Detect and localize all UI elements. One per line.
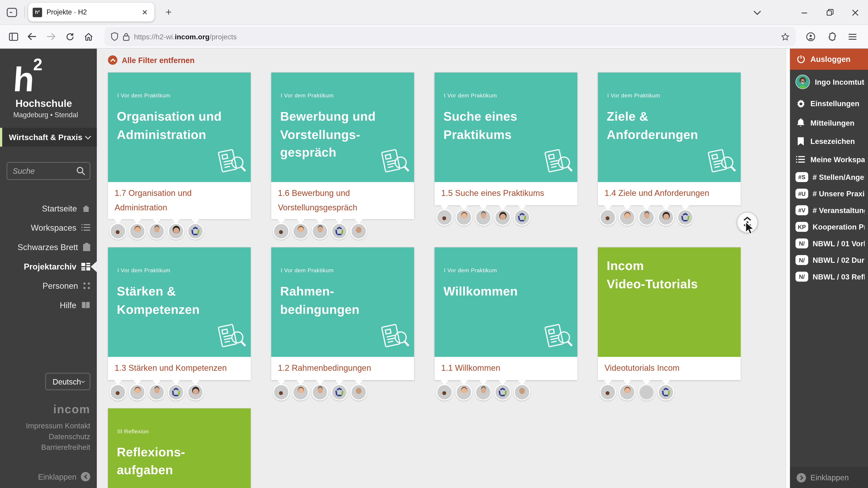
avatar-incom-logo[interactable] <box>187 223 204 239</box>
card-link[interactable]: 1.5 Suche eines Praktikums <box>441 186 571 200</box>
avatar-child[interactable] <box>436 209 453 225</box>
avatar-man-dark[interactable] <box>514 384 530 400</box>
browser-tab[interactable]: h² Projekte · H2 ✕ <box>28 3 154 22</box>
extensions-puzzle-icon[interactable] <box>823 28 840 45</box>
sidebar-item-hilfe[interactable]: Hilfe <box>0 295 97 315</box>
card-cover[interactable]: I Vor dem PraktikumRahmen-bedingungen <box>271 248 414 357</box>
card-cover[interactable]: I Vor dem PraktikumSuche einesPraktikums <box>434 72 577 182</box>
forward-button[interactable] <box>42 28 60 45</box>
lock-icon[interactable] <box>123 32 129 41</box>
avatar-blurred[interactable] <box>638 384 655 400</box>
card-cover[interactable]: III ReflexionReflexions-aufgaben <box>108 408 251 488</box>
avatar-woman-yellow[interactable] <box>456 209 472 225</box>
avatar-child[interactable] <box>110 223 126 239</box>
minimize-button[interactable] <box>792 0 817 25</box>
avatar-incom-logo[interactable] <box>494 384 511 400</box>
avatar-child[interactable] <box>273 223 289 239</box>
collapse-left-sidebar[interactable]: Einklappen <box>38 472 90 482</box>
avatar-man[interactable] <box>475 209 491 225</box>
avatar-incom-logo[interactable] <box>168 384 184 400</box>
avatar-woman-yellow[interactable] <box>456 384 472 400</box>
logout-button[interactable]: Ausloggen <box>790 49 868 70</box>
avatar-woman-yellow[interactable] <box>292 223 309 239</box>
card-link[interactable]: 1.2 Rahmenbedingungen <box>278 361 407 375</box>
incom-wordmark[interactable]: incom <box>26 403 90 416</box>
workspace-item[interactable]: N/NBWL / 03 Reflexi... <box>790 268 868 285</box>
card-cover[interactable]: I Vor dem PraktikumStärken &Kompetenzen <box>108 248 251 357</box>
tab-close-icon[interactable]: ✕ <box>140 7 150 18</box>
avatar-incom-logo[interactable] <box>514 209 530 225</box>
firefox-view-icon[interactable] <box>4 5 19 20</box>
avatar-man[interactable] <box>312 223 328 239</box>
card-link[interactable]: 1.6 Bewerbung und Vorstellungsgespräch <box>278 186 407 214</box>
collapse-right-sidebar[interactable]: Einklappen <box>790 467 868 488</box>
bookmark-star-icon[interactable] <box>781 32 789 41</box>
right-sidebar-item-meine-workspaces[interactable]: Meine Workspaces <box>790 151 868 169</box>
avatar-man[interactable] <box>475 384 491 400</box>
avatar-woman-dark[interactable] <box>168 223 184 239</box>
avatar-woman-yellow[interactable] <box>292 384 309 400</box>
card-cover[interactable]: I Vor dem PraktikumBewerbung undVorstell… <box>271 72 414 182</box>
restore-button[interactable] <box>817 0 843 25</box>
card-link[interactable]: 1.7 Organisation und Administration <box>115 186 244 214</box>
account-icon[interactable] <box>802 28 819 45</box>
url-bar[interactable]: https://h2-wi.incom.org/projects <box>105 28 795 45</box>
workspace-selector[interactable]: Wirtschaft & Praxis <box>0 128 97 147</box>
avatar-incom-logo[interactable] <box>657 384 674 400</box>
sidebar-toggle-icon[interactable] <box>4 28 22 45</box>
right-sidebar-item-einstellungen[interactable]: Einstellungen <box>790 94 868 113</box>
workspace-item[interactable]: N/NBWL / 02 Durchf... <box>790 252 868 268</box>
page-scrollbar[interactable] <box>785 49 790 488</box>
sidebar-item-workspaces[interactable]: Workspaces <box>0 218 97 237</box>
card-cover[interactable]: I Vor dem PraktikumWillkommen <box>434 248 577 357</box>
avatar-woman-yellow[interactable] <box>129 384 146 400</box>
back-button[interactable] <box>23 28 41 45</box>
shield-icon[interactable] <box>111 32 119 41</box>
avatar-child[interactable] <box>273 384 289 400</box>
card-link[interactable]: Videotutorials Incom <box>604 361 734 375</box>
card-cover[interactable]: I Vor dem PraktikumZiele &Anforderungen <box>598 72 741 182</box>
hochschule-logo[interactable]: h2 <box>13 57 97 97</box>
footer-link[interactable]: Barrierefreiheit <box>26 442 90 453</box>
search-icon[interactable] <box>76 166 85 175</box>
avatar-child[interactable] <box>599 384 616 400</box>
new-tab-button[interactable]: + <box>162 6 175 18</box>
avatar-man[interactable] <box>148 384 165 400</box>
avatar-woman-dark[interactable] <box>187 384 204 400</box>
reload-button[interactable] <box>61 28 79 45</box>
avatar-woman-yellow[interactable] <box>129 223 146 239</box>
avatar-woman-yellow[interactable] <box>619 209 636 225</box>
right-sidebar-item-mitteilungen[interactable]: Mitteilungen <box>790 113 868 132</box>
sidebar-item-startseite[interactable]: Startseite <box>0 199 97 218</box>
avatar-man-dark[interactable] <box>350 223 367 239</box>
workspace-item[interactable]: #U# Unsere PraxisIn... <box>790 185 868 202</box>
url-text[interactable]: https://h2-wi.incom.org/projects <box>134 32 777 41</box>
avatar-woman-dark[interactable] <box>657 209 674 225</box>
avatar-incom-logo[interactable] <box>677 209 693 225</box>
search-input[interactable] <box>11 166 73 176</box>
list-all-tabs-icon[interactable] <box>746 0 768 25</box>
card-cover[interactable]: IncomVideo-Tutorials <box>598 248 741 357</box>
avatar-child[interactable] <box>436 384 453 400</box>
card-link[interactable]: 1.4 Ziele und Anforderungen <box>604 186 734 200</box>
home-button[interactable] <box>80 28 97 45</box>
avatar-woman-yellow[interactable] <box>619 384 636 400</box>
workspace-item[interactable]: N/NBWL / 01 Vorber... <box>790 235 868 252</box>
footer-link[interactable]: Impressum Kontakt <box>26 420 90 431</box>
remove-filters-bar[interactable]: Alle Filter entfernen <box>108 55 786 65</box>
footer-link[interactable]: Datenschutz <box>26 431 90 442</box>
card-link[interactable]: 1.1 Willkommen <box>441 361 571 375</box>
avatar-child[interactable] <box>110 384 126 400</box>
sidebar-item-schwarzes-brett[interactable]: Schwarzes Brett <box>0 237 97 257</box>
avatar-man[interactable] <box>638 209 655 225</box>
avatar-incom-logo[interactable] <box>331 384 347 400</box>
workspace-item[interactable]: #S# Stellen/Angebot... <box>790 169 868 185</box>
menu-hamburger-icon[interactable] <box>844 28 861 45</box>
workspace-item[interactable]: KPKooperation Praxi... <box>790 219 868 235</box>
right-sidebar-item-lesezeichen[interactable]: Lesezeichen <box>790 132 868 151</box>
sidebar-item-projektarchiv[interactable]: Projektarchiv <box>0 257 97 276</box>
card-cover[interactable]: I Vor dem PraktikumOrganisation undAdmin… <box>108 72 251 182</box>
close-button[interactable] <box>842 0 868 25</box>
avatar-child[interactable] <box>599 209 616 225</box>
card-link[interactable]: 1.3 Stärken und Kompetenzen <box>115 361 244 375</box>
